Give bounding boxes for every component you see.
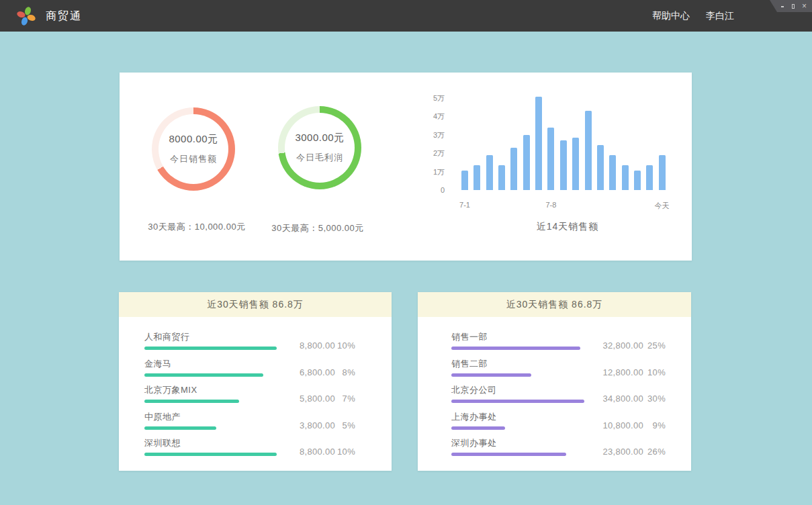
row-bar: [451, 400, 584, 403]
customer-ranking-title: 近30天销售额 86.8万: [119, 292, 392, 317]
bar: [646, 165, 653, 190]
bar-chart-plot-area: [461, 95, 667, 190]
brand-title: 商贸通: [46, 0, 82, 32]
bar: [535, 97, 542, 190]
bar: [622, 165, 629, 190]
y-axis-tick: 0: [402, 185, 445, 195]
customer-ranking-panel: 近30天销售额 86.8万 人和商贸行8,800.0010%金海马6,800.0…: [119, 292, 392, 471]
y-axis-tick: 4万: [402, 111, 445, 122]
x-axis-tick: 7-8: [524, 201, 578, 209]
bar: [609, 155, 616, 190]
row-values: 34,800.0030%: [580, 394, 666, 404]
ranking-row: 深圳联想8,800.0010%: [144, 437, 355, 457]
row-values: 5,800.007%: [279, 394, 355, 404]
bar: [510, 148, 517, 190]
department-ranking-title: 近30天销售额 86.8万: [418, 292, 691, 317]
row-percent: 10%: [335, 340, 355, 351]
row-values: 8,800.0010%: [279, 340, 355, 351]
row-bar: [451, 426, 505, 430]
row-amount: 23,800.00: [580, 447, 643, 457]
row-amount: 8,800.00: [279, 340, 335, 351]
row-values: 8,800.0010%: [279, 447, 355, 457]
ranking-row: 北京分公司34,800.0030%: [451, 384, 666, 404]
row-values: 32,800.0025%: [580, 340, 666, 351]
bar: [560, 140, 567, 190]
ranking-row: 销售二部12,800.0010%: [451, 358, 666, 377]
row-bar: [144, 373, 263, 377]
bar: [547, 128, 554, 191]
pinwheel-logo-icon: [15, 5, 38, 28]
row-percent: 7%: [335, 394, 355, 404]
customer-ranking-list: 人和商贸行8,800.0010%金海马6,800.008%北京万象MIX5,80…: [119, 317, 392, 457]
bar: [498, 165, 505, 190]
row-amount: 12,800.00: [580, 367, 643, 377]
bar: [473, 165, 480, 190]
close-button[interactable]: ×: [802, 3, 807, 10]
row-amount: 8,800.00: [279, 447, 335, 457]
bar: [523, 135, 530, 191]
recent-14d-bar-chart: 近14天销售额 01万2万3万4万5万7-17-8今天: [120, 73, 692, 261]
y-axis-tick: 2万: [402, 148, 445, 158]
row-percent: 8%: [335, 367, 355, 377]
row-bar: [144, 400, 239, 403]
app-window: 商贸通 帮助中心 李白江 × 8000.00元 今日销售额 30天最高：10,0…: [0, 0, 812, 505]
row-values: 10,800.009%: [580, 420, 666, 430]
row-bar: [451, 453, 566, 456]
y-axis-tick: 3万: [402, 130, 445, 140]
row-percent: 25%: [643, 340, 666, 351]
window-controls: ×: [770, 0, 812, 12]
x-axis-tick: 今天: [635, 201, 689, 211]
row-percent: 5%: [335, 420, 355, 430]
user-name-menu[interactable]: 李白江: [706, 10, 734, 22]
row-bar: [451, 347, 580, 350]
bar-chart-title: 近14天销售额: [467, 221, 668, 233]
department-ranking-list: 销售一部32,800.0025%销售二部12,800.0010%北京分公司34,…: [418, 317, 691, 457]
y-axis-tick: 5万: [402, 93, 445, 103]
help-center-link[interactable]: 帮助中心: [652, 10, 690, 22]
minimize-button[interactable]: [780, 3, 784, 10]
topbar: 商贸通 帮助中心 李白江 ×: [0, 0, 812, 32]
topbar-links: 帮助中心 李白江: [652, 0, 734, 32]
row-percent: 30%: [643, 394, 666, 404]
bar: [597, 145, 604, 190]
row-amount: 32,800.00: [580, 340, 643, 351]
ranking-row: 销售一部32,800.0025%: [451, 331, 666, 351]
bar: [585, 111, 592, 190]
row-amount: 3,800.00: [279, 420, 335, 430]
row-percent: 10%: [643, 367, 666, 377]
row-percent: 10%: [335, 447, 355, 457]
row-amount: 34,800.00: [580, 394, 643, 404]
row-percent: 9%: [643, 420, 666, 430]
row-values: 6,800.008%: [279, 367, 355, 377]
ranking-row: 中原地产3,800.005%: [144, 411, 355, 430]
department-ranking-panel: 近30天销售额 86.8万 销售一部32,800.0025%销售二部12,800…: [418, 292, 691, 471]
row-bar: [144, 453, 277, 456]
bar: [461, 171, 468, 190]
bar: [486, 155, 493, 190]
row-percent: 26%: [643, 447, 666, 457]
row-bar: [144, 426, 216, 430]
ranking-row: 金海马6,800.008%: [144, 358, 355, 377]
row-amount: 5,800.00: [279, 394, 335, 404]
ranking-row: 上海办事处10,800.009%: [451, 411, 666, 430]
row-values: 3,800.005%: [279, 420, 355, 430]
row-values: 12,800.0010%: [580, 367, 666, 377]
maximize-button[interactable]: [791, 3, 795, 10]
row-amount: 10,800.00: [580, 420, 643, 430]
bar: [659, 155, 666, 190]
overview-panel: 8000.00元 今日销售额 30天最高：10,000.00元 3000.00元…: [120, 73, 692, 261]
y-axis-tick: 1万: [402, 167, 445, 177]
row-bar: [144, 347, 277, 350]
row-bar: [451, 373, 531, 377]
ranking-row: 深圳办事处23,800.0026%: [451, 437, 666, 457]
x-axis-tick: 7-1: [438, 201, 492, 209]
bar: [572, 138, 579, 190]
bar: [634, 171, 641, 190]
ranking-row: 北京万象MIX5,800.007%: [144, 384, 355, 404]
row-amount: 6,800.00: [279, 367, 335, 377]
ranking-row: 人和商贸行8,800.0010%: [144, 331, 355, 351]
row-values: 23,800.0026%: [580, 447, 666, 457]
